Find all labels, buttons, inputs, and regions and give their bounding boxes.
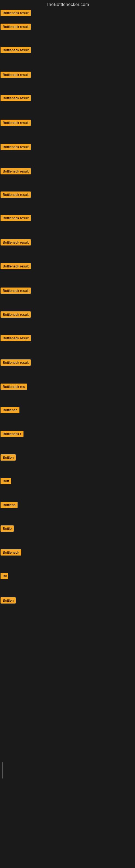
- list-item: Bottlens: [1, 502, 17, 509]
- bottleneck-result-badge[interactable]: Bottleneck result: [1, 168, 31, 175]
- list-item: Bottleneck result: [1, 24, 31, 31]
- bottleneck-result-badge[interactable]: Bottleneck: [1, 549, 21, 556]
- bottleneck-result-badge[interactable]: Bottleneck result: [1, 360, 31, 366]
- bottleneck-result-badge[interactable]: Bott: [1, 478, 11, 484]
- bottleneck-result-badge[interactable]: Bottlen: [1, 454, 16, 461]
- list-item: Bottlen: [1, 454, 16, 462]
- list-item: Bottleneck r: [1, 431, 24, 438]
- list-item: Bottleneck result: [1, 191, 31, 199]
- list-item: Bottleneck result: [1, 144, 31, 151]
- list-item: Bott: [1, 478, 11, 485]
- bottleneck-result-badge[interactable]: Bottleneck result: [1, 263, 31, 269]
- bottleneck-result-badge[interactable]: Bottlen: [1, 597, 16, 603]
- list-item: Bottleneck result: [1, 335, 31, 342]
- bottleneck-result-badge[interactable]: Bottleneck result: [1, 10, 31, 16]
- list-item: Bottleneck result: [1, 360, 31, 367]
- list-item: Bottleneck result: [1, 120, 31, 127]
- bottleneck-result-badge[interactable]: Bottleneck result: [1, 335, 31, 341]
- bottleneck-result-badge[interactable]: Bottleneck result: [1, 144, 31, 150]
- list-item: Bottleneck res: [1, 383, 27, 391]
- site-title: TheBottlenecker.com: [0, 0, 135, 8]
- list-item: Bottleneck result: [1, 239, 31, 247]
- bottleneck-result-badge[interactable]: Bottleneck result: [1, 95, 31, 101]
- list-item: Bottleneck result: [1, 263, 31, 271]
- bottleneck-result-badge[interactable]: Bottleneck result: [1, 239, 31, 246]
- bottleneck-result-badge[interactable]: Bottleneck result: [1, 215, 31, 221]
- bottleneck-result-badge[interactable]: Bottleneck r: [1, 431, 24, 437]
- list-item: Bottleneck result: [1, 311, 31, 319]
- list-item: Bottleneck result: [1, 95, 31, 102]
- bottleneck-result-badge[interactable]: Bottlens: [1, 502, 17, 508]
- list-item: Bottle: [1, 525, 14, 533]
- list-item: Bo: [1, 573, 8, 580]
- bottleneck-result-badge[interactable]: Bo: [1, 573, 8, 579]
- bottleneck-result-badge[interactable]: Bottleneck result: [1, 24, 31, 30]
- bottleneck-result-badge[interactable]: Bottleneck result: [1, 120, 31, 126]
- bottleneck-result-badge[interactable]: Bottleneck result: [1, 72, 31, 78]
- list-item: Bottleneck: [1, 549, 21, 557]
- list-item: Bottleneck result: [1, 168, 31, 176]
- list-item: Bottleneck result: [1, 215, 31, 222]
- list-item: Bottleneck result: [1, 10, 31, 17]
- cursor-indicator: [2, 762, 3, 778]
- list-item: Bottleneck result: [1, 72, 31, 79]
- list-item: Bottleneck result: [1, 47, 31, 54]
- bottleneck-result-badge[interactable]: Bottlenec: [1, 407, 19, 413]
- bottleneck-result-badge[interactable]: Bottleneck result: [1, 311, 31, 318]
- list-item: Bottleneck result: [1, 287, 31, 295]
- bottleneck-result-badge[interactable]: Bottleneck result: [1, 287, 31, 294]
- bottleneck-result-badge[interactable]: Bottleneck result: [1, 191, 31, 198]
- bottleneck-result-badge[interactable]: Bottle: [1, 525, 14, 532]
- list-item: Bottlen: [1, 597, 16, 604]
- bottleneck-result-badge[interactable]: Bottleneck res: [1, 383, 27, 390]
- list-item: Bottlenec: [1, 407, 19, 414]
- bottleneck-result-badge[interactable]: Bottleneck result: [1, 47, 31, 53]
